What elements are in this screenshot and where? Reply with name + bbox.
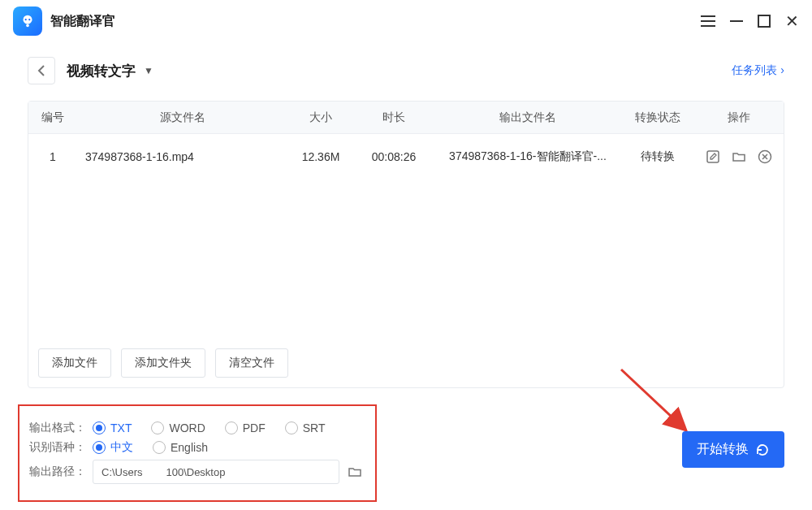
col-output: 输出文件名 — [434, 110, 621, 125]
clear-files-button[interactable]: 清空文件 — [215, 348, 288, 378]
delete-icon[interactable] — [756, 148, 774, 166]
col-source: 源文件名 — [77, 110, 288, 125]
start-convert-button[interactable]: 开始转换 — [682, 431, 784, 468]
format-label: 输出格式： — [29, 421, 93, 435]
lang-radio-zh[interactable]: 中文 — [93, 440, 133, 455]
format-radio-word[interactable]: WORD — [151, 421, 205, 434]
table-row: 1 374987368-1-16.mp4 12.36M 00:08:26 374… — [28, 134, 784, 179]
folder-icon[interactable] — [730, 148, 748, 166]
minimize-button[interactable] — [730, 20, 743, 22]
page-title: 视频转文字 — [67, 62, 136, 80]
edit-icon[interactable] — [704, 148, 722, 166]
svg-point-2 — [28, 19, 30, 20]
add-file-button[interactable]: 添加文件 — [38, 348, 111, 378]
browse-folder-icon[interactable] — [344, 461, 365, 482]
language-label: 识别语种： — [29, 440, 93, 455]
back-button[interactable] — [28, 57, 55, 84]
path-label: 输出路径： — [29, 465, 93, 479]
close-button[interactable]: ✕ — [785, 13, 799, 29]
svg-line-6 — [621, 370, 686, 430]
svg-rect-4 — [707, 151, 719, 162]
col-size: 大小 — [288, 110, 353, 125]
svg-point-1 — [25, 19, 27, 20]
col-actions: 操作 — [694, 110, 784, 125]
chevron-right-icon: › — [780, 63, 784, 76]
col-status: 转换状态 — [621, 110, 694, 125]
format-radio-pdf[interactable]: PDF — [225, 421, 266, 434]
file-table: 编号 源文件名 大小 时长 输出文件名 转换状态 操作 1 374987368-… — [28, 101, 784, 388]
refresh-icon — [755, 443, 770, 457]
app-logo-icon — [13, 6, 42, 36]
col-duration: 时长 — [353, 110, 434, 125]
svg-point-0 — [24, 15, 32, 24]
add-folder-button[interactable]: 添加文件夹 — [121, 348, 205, 378]
maximize-button[interactable] — [758, 15, 771, 28]
format-radio-txt[interactable]: TXT — [93, 421, 132, 434]
settings-panel: 输出格式： TXT WORD PDF SRT 识别语种： 中文 English … — [18, 404, 377, 502]
output-path-input[interactable] — [93, 460, 339, 484]
col-number: 编号 — [28, 110, 77, 125]
task-list-link[interactable]: 任务列表› — [732, 63, 784, 78]
hamburger-menu-icon[interactable] — [701, 15, 715, 27]
title-dropdown-icon[interactable]: ▼ — [144, 65, 153, 76]
svg-rect-3 — [26, 24, 29, 28]
format-radio-srt[interactable]: SRT — [285, 421, 326, 434]
app-title: 智能翻译官 — [50, 13, 115, 30]
lang-radio-en[interactable]: English — [153, 441, 208, 454]
